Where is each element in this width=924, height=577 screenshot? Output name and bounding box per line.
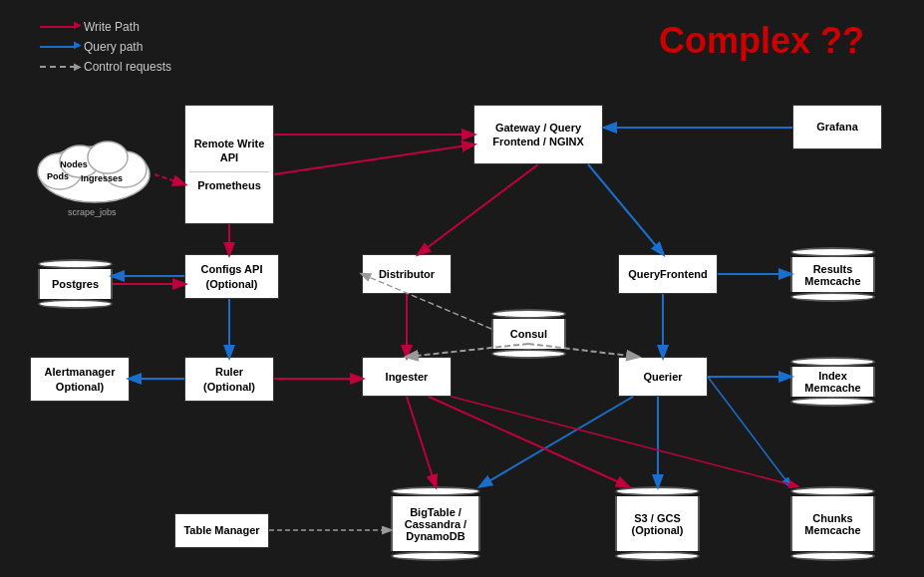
index-memcache-label: Index Memcache xyxy=(790,367,875,397)
cylinder-top xyxy=(790,357,875,367)
remote-write-prometheus-box: Remote Write API Prometheus xyxy=(184,105,274,224)
legend: Write Path Query path Control requests xyxy=(40,20,171,74)
cylinder-bottom xyxy=(790,397,875,407)
cylinder-bottom xyxy=(491,349,566,359)
page-title: Complex ?? xyxy=(659,20,864,62)
cylinder-top xyxy=(790,247,875,257)
gateway-box: Gateway / Query Frontend / NGINX xyxy=(473,105,603,164)
querier-box: Querier xyxy=(618,357,708,397)
cylinder-bottom xyxy=(615,551,700,561)
svg-line-12 xyxy=(588,164,663,254)
cylinder-bottom xyxy=(38,299,113,309)
cylinder-top xyxy=(790,486,875,496)
s3-gcs-cylinder: S3 / GCS (Optional) xyxy=(615,486,700,561)
svg-line-11 xyxy=(419,164,538,254)
bigtable-label: BigTable / Cassandra / DynamoDB xyxy=(391,496,480,551)
diagram-container: Write Path Query path Control requests C… xyxy=(0,0,924,577)
svg-line-24 xyxy=(480,397,633,486)
legend-query-path: Query path xyxy=(40,40,171,54)
cylinder-top xyxy=(38,259,113,269)
consul-label: Consul xyxy=(491,319,566,349)
svg-point-4 xyxy=(88,142,128,173)
cylinder-top xyxy=(615,486,700,496)
cylinder-bottom xyxy=(790,292,875,302)
legend-write-path: Write Path xyxy=(40,20,171,34)
bigtable-cylinder: BigTable / Cassandra / DynamoDB xyxy=(391,486,480,561)
ingester-box: Ingester xyxy=(362,357,452,397)
cloud-group: Nodes Pods Ingresses scrape_jobs xyxy=(30,120,159,209)
postgres-cylinder: Postgres xyxy=(38,259,113,309)
control-requests-label: Control requests xyxy=(84,60,171,74)
grafana-box: Grafana xyxy=(792,105,882,149)
cylinder-bottom xyxy=(391,551,480,561)
alertmanager-box: Alertmanager Optional) xyxy=(30,357,130,402)
svg-line-27 xyxy=(429,397,628,486)
legend-control-requests: Control requests xyxy=(40,60,171,74)
svg-text:Ingresses: Ingresses xyxy=(81,173,123,183)
query-path-line xyxy=(40,46,76,48)
postgres-label: Postgres xyxy=(38,269,113,299)
svg-line-26 xyxy=(708,377,790,486)
prometheus-label: Prometheus xyxy=(189,178,269,192)
ruler-box: Ruler (Optional) xyxy=(184,357,274,402)
results-memcache-cylinder: Results Memcache xyxy=(790,247,875,302)
svg-line-28 xyxy=(452,397,797,486)
svg-line-33 xyxy=(274,144,473,174)
cylinder-top xyxy=(491,309,566,319)
s3-gcs-label: S3 / GCS (Optional) xyxy=(615,496,700,551)
chunks-memcache-cylinder: Chunks Memcache xyxy=(790,486,875,561)
svg-text:Pods: Pods xyxy=(47,171,69,181)
cylinder-top xyxy=(391,486,480,496)
scrape-jobs-label: scrape_jobs xyxy=(68,207,117,217)
consul-cylinder: Consul xyxy=(491,309,566,359)
svg-line-23 xyxy=(407,397,436,486)
control-requests-line xyxy=(40,66,76,68)
cylinder-bottom xyxy=(790,551,875,561)
distributor-box: Distributor xyxy=(362,254,452,294)
query-frontend-box: QueryFrontend xyxy=(618,254,718,294)
table-manager-box: Table Manager xyxy=(174,513,269,548)
index-memcache-cylinder: Index Memcache xyxy=(790,357,875,407)
remote-write-label: Remote Write API xyxy=(189,137,269,172)
write-path-label: Write Path xyxy=(84,20,140,34)
results-memcache-label: Results Memcache xyxy=(790,257,875,292)
svg-text:Nodes: Nodes xyxy=(60,159,88,169)
chunks-memcache-label: Chunks Memcache xyxy=(790,496,875,551)
query-path-label: Query path xyxy=(84,40,143,54)
write-path-line xyxy=(40,26,76,28)
configs-api-box: Configs API (Optional) xyxy=(184,254,279,299)
